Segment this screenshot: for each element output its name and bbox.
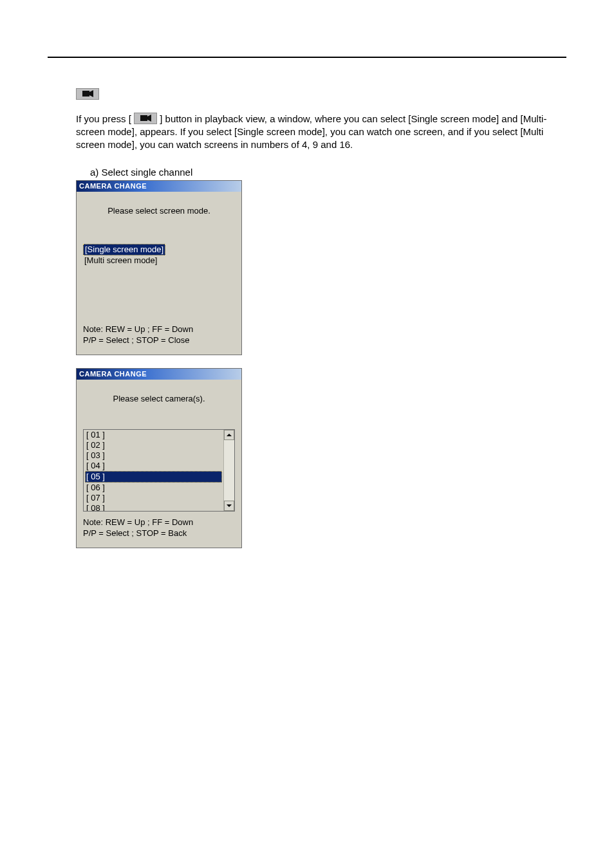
dialog-body: Please select camera(s). [ 01 ] [ 02 ] [… <box>77 380 241 548</box>
camera-button-sample <box>76 88 566 100</box>
camera-item-02[interactable]: [ 02 ] <box>85 440 222 450</box>
svg-marker-1 <box>89 90 93 97</box>
page: If you press [ ] button in playback view… <box>0 0 614 868</box>
camera-item-06[interactable]: [ 06 ] <box>85 483 222 493</box>
dialog-title: CAMERA CHANGE <box>77 181 241 192</box>
camera-item-01[interactable]: [ 01 ] <box>85 430 222 440</box>
mode-multi-screen[interactable]: [Multi screen mode] <box>83 255 158 265</box>
note-line: Note: REW = Up ; FF = Down <box>83 324 235 335</box>
camera-item-05[interactable]: [ 05 ] <box>85 471 222 483</box>
scroll-up-button[interactable] <box>224 430 234 440</box>
scrollbar <box>223 430 234 511</box>
camera-list: [ 01 ] [ 02 ] [ 03 ] [ 04 ] [ 05 ] [ 06 … <box>84 430 223 511</box>
dialog-note: Note: REW = Up ; FF = Down P/P = Select … <box>83 324 235 346</box>
mode-single-screen[interactable]: [Single screen mode] <box>83 244 165 255</box>
camera-item-08[interactable]: [ 08 ] <box>85 503 222 511</box>
intro-before: If you press [ <box>76 113 131 124</box>
dialog-prompt: Please select camera(s). <box>83 394 235 403</box>
dialog-title: CAMERA CHANGE <box>77 369 241 380</box>
camera-item-04[interactable]: [ 04 ] <box>85 461 222 471</box>
horizontal-rule <box>48 57 566 58</box>
screen-mode-list: [Single screen mode] [Multi screen mode] <box>83 244 235 266</box>
chevron-down-icon <box>227 504 232 507</box>
note-line: P/P = Select ; STOP = Back <box>83 528 235 539</box>
svg-rect-0 <box>82 91 89 97</box>
svg-marker-3 <box>147 115 151 122</box>
intro-paragraph: If you press [ ] button in playback view… <box>76 113 566 151</box>
camera-change-dialog-cameras: CAMERA CHANGE Please select camera(s). [… <box>76 368 242 548</box>
camera-item-03[interactable]: [ 03 ] <box>85 450 222 461</box>
scroll-track[interactable] <box>224 440 234 501</box>
content-area: If you press [ ] button in playback view… <box>76 88 566 548</box>
camera-icon <box>76 88 99 100</box>
camera-item-07[interactable]: [ 07 ] <box>85 493 222 503</box>
camera-listbox: [ 01 ] [ 02 ] [ 03 ] [ 04 ] [ 05 ] [ 06 … <box>83 429 235 512</box>
note-line: Note: REW = Up ; FF = Down <box>83 517 235 528</box>
dialog-prompt: Please select screen mode. <box>83 206 235 216</box>
note-line: P/P = Select ; STOP = Close <box>83 335 235 346</box>
scroll-down-button[interactable] <box>224 501 234 511</box>
section-a-heading: a) Select single channel <box>90 167 566 178</box>
camera-change-dialog-mode: CAMERA CHANGE Please select screen mode.… <box>76 180 242 355</box>
chevron-up-icon <box>227 434 232 436</box>
dialog-body: Please select screen mode. [Single scree… <box>77 192 241 355</box>
camera-icon <box>134 113 157 124</box>
svg-rect-2 <box>140 115 147 121</box>
dialog-note: Note: REW = Up ; FF = Down P/P = Select … <box>83 517 235 539</box>
